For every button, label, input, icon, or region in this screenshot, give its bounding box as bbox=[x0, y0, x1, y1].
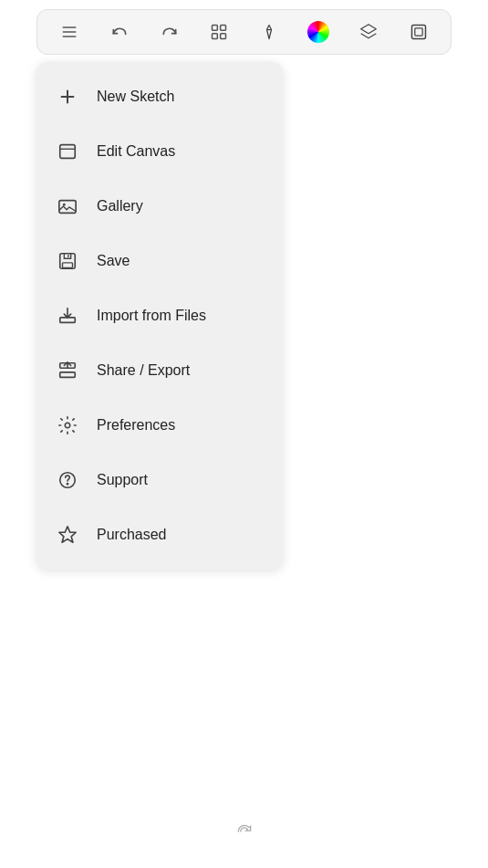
bottom-indicator bbox=[235, 822, 254, 841]
layers-button[interactable] bbox=[351, 15, 386, 49]
svg-rect-9 bbox=[411, 26, 425, 39]
plus-icon bbox=[55, 84, 80, 110]
svg-marker-28 bbox=[59, 527, 76, 542]
gallery-label: Gallery bbox=[97, 198, 143, 214]
gear-icon bbox=[55, 413, 80, 438]
list-icon-svg bbox=[60, 23, 78, 41]
save-icon bbox=[55, 248, 80, 274]
purchased-label: Purchased bbox=[97, 527, 167, 543]
svg-rect-3 bbox=[213, 26, 218, 31]
menu-item-import[interactable]: Import from Files bbox=[36, 288, 283, 343]
save-label: Save bbox=[97, 253, 130, 269]
svg-rect-4 bbox=[221, 26, 226, 31]
preferences-label: Preferences bbox=[97, 417, 175, 434]
svg-point-25 bbox=[65, 423, 70, 428]
svg-rect-13 bbox=[60, 145, 76, 159]
edit-canvas-label: Edit Canvas bbox=[97, 143, 175, 160]
menu-panel: New Sketch Edit Canvas Gallery bbox=[36, 62, 283, 570]
svg-rect-1 bbox=[63, 31, 77, 33]
support-label: Support bbox=[97, 472, 148, 488]
svg-rect-0 bbox=[63, 26, 77, 28]
undo-button[interactable] bbox=[102, 15, 137, 49]
pen-button[interactable] bbox=[252, 15, 286, 49]
grid-button[interactable] bbox=[202, 15, 236, 49]
layers-icon bbox=[359, 23, 378, 41]
import-label: Import from Files bbox=[97, 308, 206, 324]
canvas-icon bbox=[55, 139, 80, 164]
star-icon bbox=[55, 522, 80, 548]
svg-point-27 bbox=[67, 483, 67, 484]
color-wheel-icon bbox=[307, 21, 329, 43]
question-icon bbox=[55, 467, 80, 493]
gallery-icon bbox=[55, 193, 80, 219]
svg-rect-18 bbox=[63, 263, 73, 268]
svg-rect-2 bbox=[63, 36, 77, 37]
new-sketch-label: New Sketch bbox=[97, 89, 174, 105]
toolbar bbox=[36, 9, 452, 55]
svg-rect-20 bbox=[60, 318, 76, 323]
undo-icon bbox=[110, 23, 129, 41]
svg-marker-8 bbox=[361, 25, 377, 34]
svg-rect-10 bbox=[415, 28, 422, 36]
menu-item-gallery[interactable]: Gallery bbox=[36, 179, 283, 234]
frame-button[interactable] bbox=[401, 15, 436, 49]
menu-item-purchased[interactable]: Purchased bbox=[36, 507, 283, 562]
import-icon bbox=[55, 303, 80, 329]
grid-icon bbox=[210, 23, 228, 41]
share-icon bbox=[55, 358, 80, 383]
menu-item-save[interactable]: Save bbox=[36, 234, 283, 288]
menu-item-edit-canvas[interactable]: Edit Canvas bbox=[36, 124, 283, 179]
pen-icon bbox=[260, 23, 278, 41]
svg-rect-24 bbox=[60, 372, 76, 378]
frame-icon bbox=[410, 23, 428, 41]
redo-button[interactable] bbox=[152, 15, 187, 49]
svg-rect-5 bbox=[213, 34, 218, 39]
svg-rect-15 bbox=[59, 201, 76, 214]
svg-rect-6 bbox=[221, 34, 226, 39]
menu-item-support[interactable]: Support bbox=[36, 453, 283, 507]
menu-item-new-sketch[interactable]: New Sketch bbox=[36, 69, 283, 124]
color-button[interactable] bbox=[301, 15, 336, 49]
svg-point-16 bbox=[63, 204, 66, 206]
menu-item-preferences[interactable]: Preferences bbox=[36, 398, 283, 453]
redo-icon bbox=[161, 23, 179, 41]
menu-item-share[interactable]: Share / Export bbox=[36, 343, 283, 398]
list-icon[interactable] bbox=[52, 15, 87, 49]
share-label: Share / Export bbox=[97, 362, 190, 379]
refresh-icon bbox=[235, 821, 254, 842]
